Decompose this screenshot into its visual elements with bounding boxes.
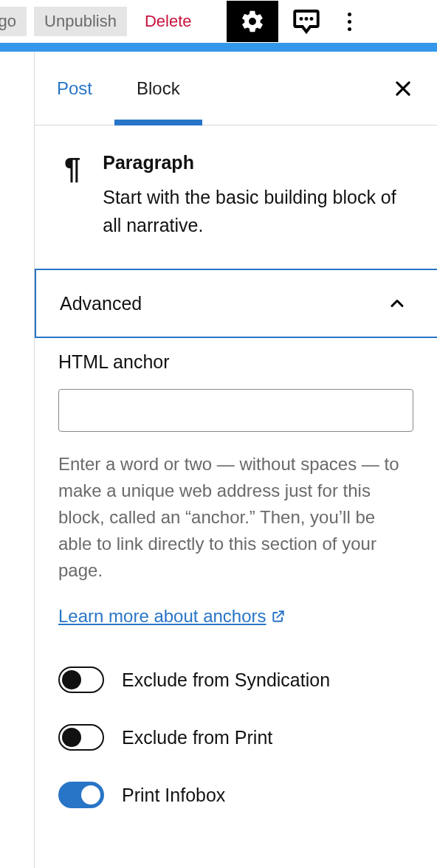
block-name: Paragraph bbox=[103, 152, 407, 173]
anchor-help: Enter a word or two — without spaces — t… bbox=[58, 451, 413, 584]
settings-button[interactable] bbox=[227, 1, 278, 42]
settings-tabs: Post Block bbox=[35, 52, 437, 125]
svg-point-1 bbox=[305, 17, 309, 21]
block-info: ¶ Paragraph Start with the basic buildin… bbox=[35, 125, 437, 261]
editor-toolbar: argo Unpublish Delete bbox=[0, 0, 437, 43]
tab-block[interactable]: Block bbox=[114, 52, 202, 125]
block-settings-panel: Post Block ¶ Paragraph Start with the ba… bbox=[34, 52, 437, 868]
close-icon bbox=[393, 78, 413, 99]
toggle-exclude-syndication-label: Exclude from Syndication bbox=[122, 669, 330, 691]
delete-button[interactable]: Delete bbox=[134, 7, 202, 36]
anchor-input[interactable] bbox=[58, 389, 413, 432]
anchor-link-text: Learn more about anchors bbox=[58, 606, 266, 627]
more-options-button[interactable] bbox=[334, 1, 364, 42]
toggle-print-infobox-row: Print Infobox bbox=[58, 782, 413, 808]
comments-button[interactable] bbox=[286, 1, 327, 42]
toggle-print-infobox-label: Print Infobox bbox=[122, 785, 225, 806]
svg-point-0 bbox=[300, 17, 303, 21]
comment-icon bbox=[291, 6, 322, 37]
anchor-label: HTML anchor bbox=[58, 351, 413, 373]
unpublish-button[interactable]: Unpublish bbox=[34, 7, 127, 36]
block-description: Start with the basic building block of a… bbox=[103, 184, 407, 239]
toggle-print-infobox[interactable] bbox=[58, 782, 104, 808]
chevron-up-icon bbox=[387, 293, 407, 314]
gear-icon bbox=[240, 9, 265, 34]
tab-post[interactable]: Post bbox=[35, 52, 114, 125]
advanced-accordion-header[interactable]: Advanced bbox=[36, 270, 437, 337]
toggle-exclude-syndication[interactable] bbox=[58, 666, 104, 693]
advanced-accordion: Advanced bbox=[35, 269, 437, 338]
paragraph-icon: ¶ bbox=[64, 154, 80, 239]
anchor-learn-more-link[interactable]: Learn more about anchors bbox=[58, 606, 286, 627]
advanced-title: Advanced bbox=[60, 293, 142, 314]
external-link-icon bbox=[271, 609, 286, 624]
toggle-exclude-print-label: Exclude from Print bbox=[122, 727, 272, 748]
advanced-body: HTML anchor Enter a word or two — withou… bbox=[35, 338, 437, 838]
embargo-button[interactable]: argo bbox=[0, 7, 27, 36]
divider-bar bbox=[0, 43, 437, 52]
toggle-exclude-print-row: Exclude from Print bbox=[58, 724, 413, 751]
svg-point-2 bbox=[310, 17, 314, 21]
toggle-exclude-syndication-row: Exclude from Syndication bbox=[58, 666, 413, 693]
close-panel-button[interactable] bbox=[381, 66, 425, 111]
toggle-exclude-print[interactable] bbox=[58, 724, 104, 751]
kebab-icon bbox=[348, 13, 351, 16]
